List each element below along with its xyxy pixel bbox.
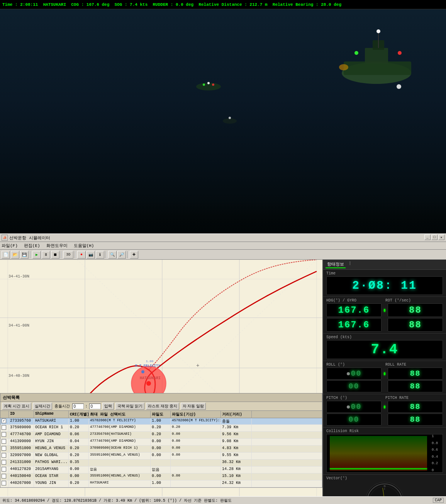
svg-point-8 (397, 84, 401, 89)
far-vessel (220, 112, 239, 125)
toolbar-new[interactable]: 📄 (2, 251, 10, 259)
total-time-h[interactable] (72, 404, 84, 409)
svg-point-7 (354, 51, 358, 55)
row-checkbox[interactable] (2, 439, 6, 444)
col-shipname: ShipName (34, 411, 69, 418)
row-filebase: 0.00 (171, 453, 221, 459)
hdg-rot-labels: HDG(°) / GYRO ROT (°/sec) (326, 298, 443, 303)
col-id: ID (9, 411, 34, 418)
pitch-rate-label: PITCH RATE (385, 396, 443, 400)
row-cri: 0.35 (69, 460, 89, 466)
close-button[interactable]: ✕ (438, 235, 444, 240)
row-maxfile: HATSUKARI (89, 480, 151, 487)
table-row[interactable]: 273395760 HATSUKARI 1.00 45702000(M T FE… (0, 418, 322, 425)
last-display-button[interactable]: 라스트 재장 중지 (146, 403, 179, 410)
row-checkbox[interactable] (2, 432, 6, 437)
roll-rate-value-2: 88 (410, 382, 421, 391)
row-dist: 충돌 (221, 418, 252, 424)
maximize-button[interactable]: □ (431, 235, 438, 240)
row-dist: 7.39 Km (221, 425, 252, 431)
row-filerate: 없음 (151, 467, 171, 473)
toolbar-pause[interactable]: ⏸ (42, 251, 50, 259)
toolbar-camera[interactable]: 📷 (86, 251, 95, 259)
roll-rate-display-2: 88 (388, 380, 443, 392)
pitch-labels: PITCH (°) PITCH RATE (326, 396, 443, 401)
menu-help[interactable]: 도움말(H) (74, 243, 94, 249)
toolbar-open[interactable]: 📂 (11, 251, 19, 259)
row-filebase: 0.00 (171, 473, 221, 480)
vector-label: Vector(°) (326, 476, 443, 480)
collision-risk-section: Collision Risk 1 0.8 0.6 0.4 0.2 0 (323, 427, 446, 475)
minimize-button[interactable]: _ (424, 235, 431, 240)
menu-screen[interactable]: 화면도우미 (46, 243, 68, 249)
map-panel[interactable]: 34-41-30N 34-41-00N 34-40-30N 34-40-00N … (0, 260, 322, 496)
read-file-button[interactable]: 국책 파일 읽기 (115, 403, 145, 410)
speed-label: Speed (kts) (326, 335, 443, 339)
row-checkbox[interactable] (2, 419, 6, 423)
distant-ship (315, 23, 415, 92)
table-row[interactable]: 477746700 AMP DIAMOND 0.06 273356760(HAT… (0, 432, 322, 439)
input-button[interactable]: 입력 (102, 403, 114, 410)
row-maxfile: 370989500(OCEAN RICH 1) (89, 446, 151, 452)
menu-file[interactable]: 파일(F) (2, 243, 18, 249)
table-row[interactable]: 440127820 2015AMYANG 0.00 없음 없음 14.28 Km (0, 467, 322, 473)
svg-point-14 (223, 118, 237, 124)
panel-header: 항태정보 | (323, 260, 446, 270)
table-title-row: 선박목록 (0, 393, 322, 402)
row-id: 440267000 (9, 480, 34, 487)
row-checkbox[interactable] (2, 481, 6, 485)
actual-time-button[interactable]: 실제시간 (33, 403, 52, 410)
row-checkbox[interactable] (2, 453, 6, 458)
row-maxfile: 477746700(AMP DIAMOND) (89, 439, 151, 445)
row-filerate: 0.00 (151, 439, 171, 445)
row-checkbox[interactable] (2, 446, 6, 451)
row-cri: 0.00 (69, 467, 89, 473)
row-shipname: PATHOS WARI... (34, 460, 69, 466)
rot-display: 88 (388, 303, 443, 317)
row-filerate: 0.20 (151, 432, 171, 438)
svg-point-6 (398, 51, 402, 55)
row-checkbox[interactable] (2, 460, 6, 465)
row-checkbox[interactable] (2, 467, 6, 472)
row-checkbox[interactable] (2, 425, 6, 430)
svg-point-5 (376, 29, 380, 33)
toolbar-3d[interactable]: 3D (63, 251, 73, 259)
lat-label-1: 34-41-30N (8, 274, 29, 279)
row-filebase: 45702000(M T FELICITY):1.00 (171, 418, 221, 424)
toolbar-record[interactable]: ● (77, 251, 86, 259)
risk-scale-1: 1 (432, 434, 439, 438)
pitch-displays-2: 00 88 (326, 414, 443, 426)
toolbar-sep3 (75, 251, 76, 258)
window-controls[interactable]: _ □ ✕ (424, 235, 444, 240)
table-row[interactable]: 440267000 YOUNG JIN 0.20 HATSUKARI 1.00 … (0, 480, 322, 487)
roll-display: 00 (326, 368, 382, 380)
lat-label-2: 34-41-00N (8, 324, 29, 328)
total-time-m[interactable] (89, 404, 101, 409)
row-cri: 1.00 (69, 418, 89, 424)
panel-tab-nav[interactable]: 항태정보 (326, 261, 346, 268)
risk-bar-gradient (330, 436, 427, 471)
table-row[interactable]: 375989000 OCEAN RICH 1 0.20 477746700(AM… (0, 425, 322, 432)
toolbar-zoom-out[interactable]: 🔎 (117, 251, 126, 259)
window-chrome: ⛵ 선박운항 시뮬레이터 _ □ ✕ (0, 233, 446, 242)
toolbar-save[interactable]: 💾 (20, 251, 29, 259)
status-rel-dist: Relative Distance : 212.7 m (198, 2, 267, 7)
toolbar-info[interactable]: ℹ (96, 251, 104, 259)
toolbar-add[interactable]: + (130, 251, 138, 259)
auto-stop-button[interactable]: 자 자동 일람 (181, 403, 206, 410)
table-row[interactable]: 329997000 NEW GLOBAL 0.20 355951000(HEUN… (0, 453, 322, 460)
roll-rate-led (384, 372, 385, 375)
calc-time-button[interactable]: 계획 시간 표시 (2, 403, 31, 410)
table-row[interactable]: 440150040 OCEAN STAR 0.00 355951000(HEUN… (0, 473, 322, 480)
toolbar-stop[interactable]: ⏹ (51, 251, 59, 259)
menu-edit[interactable]: 편집(E) (24, 243, 40, 249)
row-maxfile: 355951000(HEUNG_A VENUS) (89, 453, 151, 459)
table-row[interactable]: 441399000 HYUN JIN 0.04 477746700(AMP DI… (0, 439, 322, 446)
row-checkbox[interactable] (2, 474, 6, 478)
table-row[interactable]: 241331000 PATHOS WARI... 0.35 36.32 Km (0, 460, 322, 467)
status-rel-bearing: Relative Bearing : 28.0 deg (273, 2, 341, 7)
toolbar-zoom-in[interactable]: 🔍 (108, 251, 117, 259)
row-filerate: 0.00 (151, 473, 171, 480)
table-row[interactable]: 355951000 HEUNG_A VENUS 0.20 370989500(O… (0, 446, 322, 453)
toolbar-play[interactable]: ▶ (32, 251, 41, 259)
